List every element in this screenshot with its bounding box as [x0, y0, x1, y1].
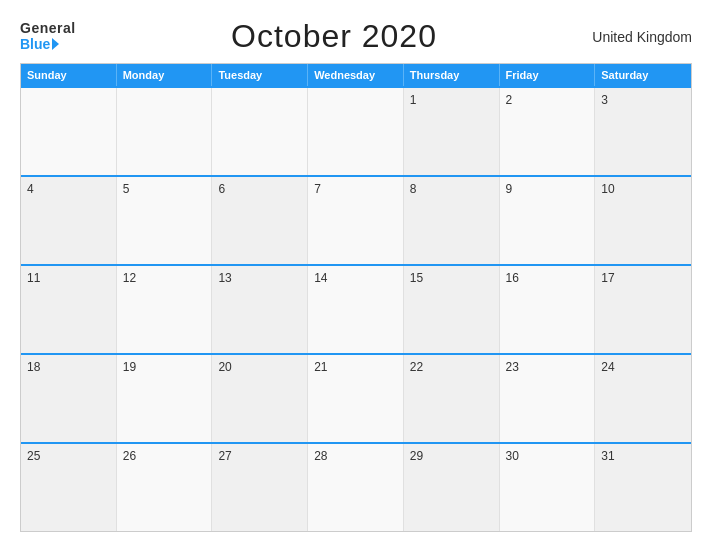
day-cell-15: 15: [404, 266, 500, 353]
day-number: 25: [27, 449, 110, 463]
day-cell-31: 31: [595, 444, 691, 531]
logo-triangle-icon: [52, 38, 59, 50]
day-number: 17: [601, 271, 685, 285]
day-cell: [117, 88, 213, 175]
day-cell-17: 17: [595, 266, 691, 353]
day-cell-24: 24: [595, 355, 691, 442]
day-cell-7: 7: [308, 177, 404, 264]
day-number: 5: [123, 182, 206, 196]
day-number: 2: [506, 93, 589, 107]
day-number: 12: [123, 271, 206, 285]
day-number: 21: [314, 360, 397, 374]
day-cell: [308, 88, 404, 175]
calendar-page: General Blue October 2020 United Kingdom…: [0, 0, 712, 550]
calendar-grid: Sunday Monday Tuesday Wednesday Thursday…: [20, 63, 692, 532]
week-row-4: 18 19 20 21 22 23 24: [21, 353, 691, 442]
day-cell-19: 19: [117, 355, 213, 442]
day-cell-8: 8: [404, 177, 500, 264]
day-number: 3: [601, 93, 685, 107]
day-number: 4: [27, 182, 110, 196]
day-cell-1: 1: [404, 88, 500, 175]
day-number: 11: [27, 271, 110, 285]
day-cell-13: 13: [212, 266, 308, 353]
logo-blue-text: Blue: [20, 37, 76, 52]
day-number: 27: [218, 449, 301, 463]
day-cell-4: 4: [21, 177, 117, 264]
header-friday: Friday: [500, 64, 596, 86]
day-number: 28: [314, 449, 397, 463]
day-cell-5: 5: [117, 177, 213, 264]
day-headers-row: Sunday Monday Tuesday Wednesday Thursday…: [21, 64, 691, 86]
header-sunday: Sunday: [21, 64, 117, 86]
day-cell-9: 9: [500, 177, 596, 264]
day-cell-30: 30: [500, 444, 596, 531]
weeks-container: 1 2 3 4 5 6 7 8 9 10 11 12 13 14 15 16: [21, 86, 691, 531]
week-row-5: 25 26 27 28 29 30 31: [21, 442, 691, 531]
day-number: 14: [314, 271, 397, 285]
day-number: 6: [218, 182, 301, 196]
month-title: October 2020: [231, 18, 437, 55]
day-number: 19: [123, 360, 206, 374]
day-number: 7: [314, 182, 397, 196]
day-cell-14: 14: [308, 266, 404, 353]
day-number: 10: [601, 182, 685, 196]
day-number: 22: [410, 360, 493, 374]
day-number: 24: [601, 360, 685, 374]
logo-general-text: General: [20, 21, 76, 36]
day-cell-12: 12: [117, 266, 213, 353]
day-number: 20: [218, 360, 301, 374]
day-cell: [212, 88, 308, 175]
day-cell-3: 3: [595, 88, 691, 175]
day-cell-16: 16: [500, 266, 596, 353]
day-number: 13: [218, 271, 301, 285]
week-row-1: 1 2 3: [21, 86, 691, 175]
day-cell-29: 29: [404, 444, 500, 531]
header-thursday: Thursday: [404, 64, 500, 86]
day-cell-28: 28: [308, 444, 404, 531]
header-monday: Monday: [117, 64, 213, 86]
week-row-2: 4 5 6 7 8 9 10: [21, 175, 691, 264]
day-cell: [21, 88, 117, 175]
day-number: 18: [27, 360, 110, 374]
day-cell-2: 2: [500, 88, 596, 175]
day-number: 8: [410, 182, 493, 196]
day-number: 30: [506, 449, 589, 463]
day-cell-27: 27: [212, 444, 308, 531]
day-number: 9: [506, 182, 589, 196]
day-cell-20: 20: [212, 355, 308, 442]
day-number: 15: [410, 271, 493, 285]
day-cell-23: 23: [500, 355, 596, 442]
day-cell-26: 26: [117, 444, 213, 531]
day-cell-22: 22: [404, 355, 500, 442]
header-wednesday: Wednesday: [308, 64, 404, 86]
logo: General Blue: [20, 21, 76, 52]
header-tuesday: Tuesday: [212, 64, 308, 86]
header: General Blue October 2020 United Kingdom: [20, 18, 692, 55]
header-saturday: Saturday: [595, 64, 691, 86]
day-cell-18: 18: [21, 355, 117, 442]
day-number: 16: [506, 271, 589, 285]
day-cell-10: 10: [595, 177, 691, 264]
day-cell-21: 21: [308, 355, 404, 442]
day-number: 29: [410, 449, 493, 463]
day-number: 23: [506, 360, 589, 374]
country-label: United Kingdom: [592, 29, 692, 45]
day-number: 26: [123, 449, 206, 463]
week-row-3: 11 12 13 14 15 16 17: [21, 264, 691, 353]
day-cell-25: 25: [21, 444, 117, 531]
day-cell-6: 6: [212, 177, 308, 264]
day-cell-11: 11: [21, 266, 117, 353]
day-number: 31: [601, 449, 685, 463]
day-number: 1: [410, 93, 493, 107]
